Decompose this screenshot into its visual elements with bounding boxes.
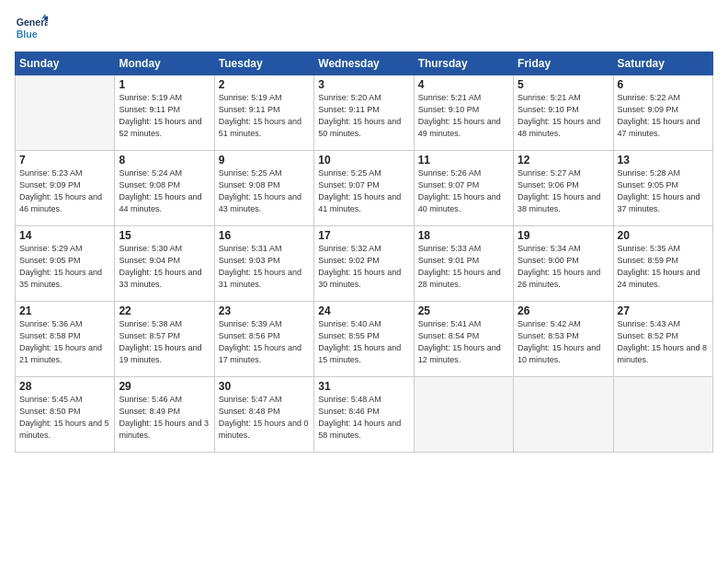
weekday-header-row: SundayMondayTuesdayWednesdayThursdayFrid…: [16, 52, 713, 75]
day-info: Sunrise: 5:19 AMSunset: 9:11 PMDaylight:…: [219, 92, 310, 140]
weekday-header-friday: Friday: [514, 52, 613, 75]
calendar-cell: 25 Sunrise: 5:41 AMSunset: 8:54 PMDaylig…: [414, 302, 513, 377]
weekday-header-saturday: Saturday: [613, 52, 712, 75]
calendar-table: SundayMondayTuesdayWednesdayThursdayFrid…: [15, 52, 713, 453]
day-info: Sunrise: 5:41 AMSunset: 8:54 PMDaylight:…: [418, 318, 509, 366]
calendar-cell: 27 Sunrise: 5:43 AMSunset: 8:52 PMDaylig…: [613, 302, 712, 377]
day-number: 9: [219, 154, 310, 167]
day-info: Sunrise: 5:43 AMSunset: 8:52 PMDaylight:…: [618, 318, 709, 366]
calendar-cell: 2 Sunrise: 5:19 AMSunset: 9:11 PMDayligh…: [214, 75, 313, 151]
calendar-cell: 13 Sunrise: 5:28 AMSunset: 9:05 PMDaylig…: [613, 151, 712, 226]
day-number: 12: [518, 154, 609, 167]
calendar-cell: 15 Sunrise: 5:30 AMSunset: 9:04 PMDaylig…: [115, 226, 214, 302]
day-info: Sunrise: 5:33 AMSunset: 9:01 PMDaylight:…: [418, 243, 509, 291]
day-number: 2: [219, 78, 310, 91]
svg-text:Blue: Blue: [17, 29, 38, 40]
calendar-cell: 12 Sunrise: 5:27 AMSunset: 9:06 PMDaylig…: [514, 151, 613, 226]
calendar-cell: 14 Sunrise: 5:29 AMSunset: 9:05 PMDaylig…: [16, 226, 115, 302]
calendar-cell: 3 Sunrise: 5:20 AMSunset: 9:11 PMDayligh…: [314, 75, 414, 151]
day-info: Sunrise: 5:27 AMSunset: 9:06 PMDaylight:…: [518, 167, 609, 215]
day-number: 7: [19, 154, 110, 167]
day-info: Sunrise: 5:34 AMSunset: 9:00 PMDaylight:…: [518, 243, 609, 291]
calendar-cell: 21 Sunrise: 5:36 AMSunset: 8:58 PMDaylig…: [16, 302, 115, 377]
calendar-cell: 26 Sunrise: 5:42 AMSunset: 8:53 PMDaylig…: [514, 302, 613, 377]
day-number: 30: [219, 380, 310, 393]
day-info: Sunrise: 5:25 AMSunset: 9:07 PMDaylight:…: [318, 167, 409, 215]
day-number: 23: [219, 304, 310, 317]
calendar-cell: 28 Sunrise: 5:45 AMSunset: 8:50 PMDaylig…: [16, 377, 115, 453]
day-info: Sunrise: 5:45 AMSunset: 8:50 PMDaylight:…: [19, 394, 110, 442]
day-number: 3: [318, 78, 409, 91]
calendar-cell: 17 Sunrise: 5:32 AMSunset: 9:02 PMDaylig…: [314, 226, 414, 302]
day-info: Sunrise: 5:35 AMSunset: 8:59 PMDaylight:…: [618, 243, 709, 291]
day-number: 16: [219, 229, 310, 242]
day-number: 6: [618, 78, 709, 91]
day-info: Sunrise: 5:36 AMSunset: 8:58 PMDaylight:…: [19, 318, 110, 366]
day-number: 4: [418, 78, 509, 91]
day-number: 14: [19, 229, 110, 242]
calendar-cell: 11 Sunrise: 5:26 AMSunset: 9:07 PMDaylig…: [414, 151, 513, 226]
weekday-header-thursday: Thursday: [414, 52, 513, 75]
day-info: Sunrise: 5:23 AMSunset: 9:09 PMDaylight:…: [19, 167, 110, 215]
day-info: Sunrise: 5:38 AMSunset: 8:57 PMDaylight:…: [119, 318, 210, 366]
calendar-cell: 24 Sunrise: 5:40 AMSunset: 8:55 PMDaylig…: [314, 302, 414, 377]
day-info: Sunrise: 5:29 AMSunset: 9:05 PMDaylight:…: [19, 243, 110, 291]
week-row-5: 28 Sunrise: 5:45 AMSunset: 8:50 PMDaylig…: [16, 377, 713, 453]
calendar-cell: 8 Sunrise: 5:24 AMSunset: 9:08 PMDayligh…: [115, 151, 214, 226]
calendar-cell: 6 Sunrise: 5:22 AMSunset: 9:09 PMDayligh…: [613, 75, 712, 151]
day-number: 27: [618, 304, 709, 317]
day-number: 20: [618, 229, 709, 242]
day-info: Sunrise: 5:26 AMSunset: 9:07 PMDaylight:…: [418, 167, 509, 215]
calendar-cell: 1 Sunrise: 5:19 AMSunset: 9:11 PMDayligh…: [115, 75, 214, 151]
calendar-cell: 16 Sunrise: 5:31 AMSunset: 9:03 PMDaylig…: [214, 226, 313, 302]
calendar-cell: [414, 377, 513, 453]
day-info: Sunrise: 5:22 AMSunset: 9:09 PMDaylight:…: [618, 92, 709, 140]
day-info: Sunrise: 5:25 AMSunset: 9:08 PMDaylight:…: [219, 167, 310, 215]
day-number: 18: [418, 229, 509, 242]
day-info: Sunrise: 5:19 AMSunset: 9:11 PMDaylight:…: [119, 92, 210, 140]
day-number: 1: [119, 78, 210, 91]
calendar-cell: 20 Sunrise: 5:35 AMSunset: 8:59 PMDaylig…: [613, 226, 712, 302]
day-number: 25: [418, 304, 509, 317]
day-number: 15: [119, 229, 210, 242]
calendar-cell: 22 Sunrise: 5:38 AMSunset: 8:57 PMDaylig…: [115, 302, 214, 377]
day-info: Sunrise: 5:31 AMSunset: 9:03 PMDaylight:…: [219, 243, 310, 291]
week-row-4: 21 Sunrise: 5:36 AMSunset: 8:58 PMDaylig…: [16, 302, 713, 377]
week-row-1: 1 Sunrise: 5:19 AMSunset: 9:11 PMDayligh…: [16, 75, 713, 151]
day-info: Sunrise: 5:28 AMSunset: 9:05 PMDaylight:…: [618, 167, 709, 215]
day-info: Sunrise: 5:21 AMSunset: 9:10 PMDaylight:…: [518, 92, 609, 140]
weekday-header-monday: Monday: [115, 52, 214, 75]
calendar-cell: 4 Sunrise: 5:21 AMSunset: 9:10 PMDayligh…: [414, 75, 513, 151]
weekday-header-wednesday: Wednesday: [314, 52, 414, 75]
calendar-cell: [514, 377, 613, 453]
day-number: 28: [19, 380, 110, 393]
day-info: Sunrise: 5:40 AMSunset: 8:55 PMDaylight:…: [318, 318, 409, 366]
calendar-cell: 31 Sunrise: 5:48 AMSunset: 8:46 PMDaylig…: [314, 377, 414, 453]
day-number: 31: [318, 380, 409, 393]
day-info: Sunrise: 5:42 AMSunset: 8:53 PMDaylight:…: [518, 318, 609, 366]
calendar-cell: 23 Sunrise: 5:39 AMSunset: 8:56 PMDaylig…: [214, 302, 313, 377]
calendar-cell: 9 Sunrise: 5:25 AMSunset: 9:08 PMDayligh…: [214, 151, 313, 226]
day-number: 8: [119, 154, 210, 167]
header: General Blue: [15, 11, 713, 44]
day-info: Sunrise: 5:47 AMSunset: 8:48 PMDaylight:…: [219, 394, 310, 442]
calendar-cell: [16, 75, 115, 151]
calendar-cell: 5 Sunrise: 5:21 AMSunset: 9:10 PMDayligh…: [514, 75, 613, 151]
day-number: 24: [318, 304, 409, 317]
calendar-cell: 18 Sunrise: 5:33 AMSunset: 9:01 PMDaylig…: [414, 226, 513, 302]
day-info: Sunrise: 5:30 AMSunset: 9:04 PMDaylight:…: [119, 243, 210, 291]
calendar-cell: 30 Sunrise: 5:47 AMSunset: 8:48 PMDaylig…: [214, 377, 313, 453]
day-number: 11: [418, 154, 509, 167]
day-number: 17: [318, 229, 409, 242]
day-info: Sunrise: 5:32 AMSunset: 9:02 PMDaylight:…: [318, 243, 409, 291]
day-number: 21: [19, 304, 110, 317]
day-number: 13: [618, 154, 709, 167]
logo: General Blue: [15, 11, 48, 44]
day-number: 29: [119, 380, 210, 393]
day-number: 5: [518, 78, 609, 91]
day-info: Sunrise: 5:48 AMSunset: 8:46 PMDaylight:…: [318, 394, 409, 442]
calendar-cell: [613, 377, 712, 453]
calendar-cell: 19 Sunrise: 5:34 AMSunset: 9:00 PMDaylig…: [514, 226, 613, 302]
weekday-header-sunday: Sunday: [16, 52, 115, 75]
day-info: Sunrise: 5:24 AMSunset: 9:08 PMDaylight:…: [119, 167, 210, 215]
